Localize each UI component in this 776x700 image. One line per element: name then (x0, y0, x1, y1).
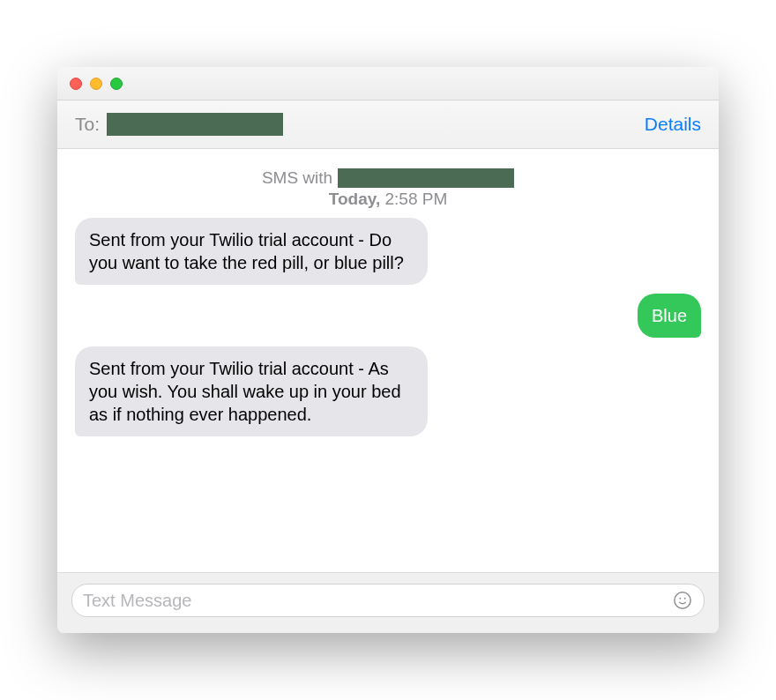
smiley-icon (673, 591, 692, 610)
sms-with-recipient (338, 168, 514, 188)
emoji-picker-button[interactable] (672, 590, 693, 611)
message-row: Sent from your Twilio trial account - Do… (75, 218, 701, 285)
window-title-bar (57, 67, 719, 101)
close-window-button[interactable] (70, 78, 82, 90)
svg-point-2 (684, 598, 686, 599)
outgoing-message-bubble: Blue (638, 294, 701, 338)
timestamp-time: 2:58 PM (380, 190, 447, 208)
message-input-container (71, 584, 705, 617)
sms-with-prefix: SMS with (262, 168, 332, 188)
message-row: Sent from your Twilio trial account - As… (75, 346, 701, 436)
messages-window: To: Details SMS with Today, 2:58 PM Sent… (57, 67, 719, 633)
message-row: Blue (75, 294, 701, 338)
svg-point-0 (675, 592, 690, 608)
incoming-message-bubble: Sent from your Twilio trial account - Do… (75, 218, 428, 285)
sms-with-label: SMS with (75, 168, 701, 188)
conversation-header: To: Details (57, 101, 719, 149)
minimize-window-button[interactable] (90, 78, 102, 90)
incoming-message-bubble: Sent from your Twilio trial account - As… (75, 346, 428, 436)
recipient-field[interactable] (107, 113, 283, 136)
message-input-footer (57, 572, 719, 633)
message-input[interactable] (83, 591, 672, 611)
details-button[interactable]: Details (645, 114, 701, 135)
to-label: To: (75, 114, 100, 135)
conversation-area: SMS with Today, 2:58 PM Sent from your T… (57, 149, 719, 572)
conversation-timestamp: Today, 2:58 PM (75, 190, 701, 209)
timestamp-day: Today, (329, 190, 380, 208)
svg-point-1 (679, 598, 681, 599)
maximize-window-button[interactable] (110, 78, 123, 90)
